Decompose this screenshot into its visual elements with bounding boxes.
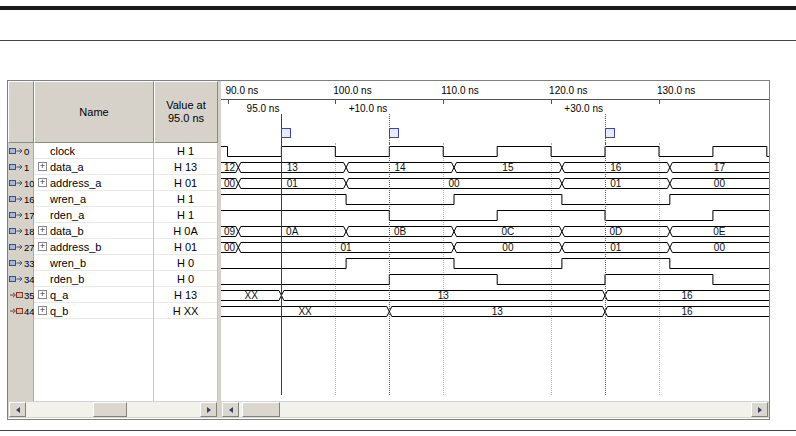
address_a-waveform: 0001000100 [221, 175, 769, 191]
bus-value-label: 0B [394, 226, 407, 237]
signal-name-cell[interactable]: rden_b [34, 271, 153, 287]
signal-name-cell[interactable]: +q_a [34, 287, 153, 303]
signal-name: wren_b [50, 257, 86, 269]
time-bar-flag-icon[interactable] [605, 128, 615, 138]
input-pin-icon [9, 242, 24, 252]
timeline-tick-mark [659, 100, 660, 104]
names-hscrollbar[interactable] [8, 401, 218, 418]
time-bar-label: +10.0 ns [317, 103, 387, 114]
bus-value-label: 01 [610, 242, 622, 253]
bus-value-label: 13 [492, 306, 504, 317]
header-rule [0, 40, 796, 41]
wave-row-wren_a[interactable] [221, 191, 769, 207]
time-bar-flag-icon[interactable] [389, 128, 399, 138]
wave-row-address_b[interactable]: 0001000100 [221, 239, 769, 255]
value-header-line2: 95.0 ns [168, 112, 204, 125]
signal-value-cell: H 01 [154, 175, 217, 191]
signal-name-cell[interactable]: +data_b [34, 223, 153, 239]
expand-plus-icon[interactable]: + [38, 162, 47, 171]
signal-gutter-cell[interactable]: 1 [8, 159, 33, 175]
clock-waveform [221, 143, 769, 159]
signal-gutter-cell[interactable]: 10 [8, 175, 33, 191]
wave-row-rden_b[interactable] [221, 271, 769, 287]
signal-name-column: clock+data_a+address_awren_arden_a+data_… [34, 143, 154, 401]
timeline-tick-label: 110.0 ns [441, 85, 479, 96]
signal-gutter-cell[interactable]: 17 [8, 207, 33, 223]
signal-number: 1 [24, 162, 29, 173]
wave-row-address_a[interactable]: 0001000100 [221, 175, 769, 191]
time-bar-line[interactable] [389, 143, 390, 395]
signal-name-cell[interactable]: +q_b [34, 303, 153, 319]
time-bar-flag-icon[interactable] [281, 128, 291, 138]
signal-name-cell[interactable]: +address_a [34, 175, 153, 191]
timeline-tick-label: 130.0 ns [657, 85, 695, 96]
signal-value: H 0 [177, 273, 194, 285]
name-column-header: Name [34, 81, 154, 143]
wave-scroll-left-button[interactable] [222, 402, 239, 417]
names-scroll-thumb[interactable] [93, 402, 127, 417]
signal-name-cell[interactable]: rden_a [34, 207, 153, 223]
signal-body: 01101617182733343544 clock+data_a+addres… [8, 143, 769, 401]
wren_b-waveform [221, 255, 769, 271]
wave-row-q_b[interactable]: XX1316 [221, 303, 769, 319]
signal-number: 35 [24, 290, 35, 301]
wave-row-q_a[interactable]: XX1316 [221, 287, 769, 303]
time-bar-label: 95.0 ns [221, 103, 279, 114]
input-pin-icon [9, 226, 24, 236]
signal-gutter-cell[interactable]: 27 [8, 239, 33, 255]
input-pin-icon [9, 178, 24, 188]
waveform-canvas[interactable]: 1213141516170001000100090A0B0C0D0E000100… [221, 143, 769, 401]
bus-value-label: 00 [714, 178, 726, 189]
expand-plus-icon[interactable]: + [38, 226, 47, 235]
signal-value: H 01 [174, 177, 197, 189]
wave-scroll-right-button[interactable] [751, 402, 768, 417]
time-bar-line[interactable] [605, 143, 606, 395]
wave-hscrollbar[interactable] [221, 401, 769, 418]
timeline-tick-label: 100.0 ns [333, 85, 371, 96]
signal-value: H 13 [174, 161, 197, 173]
signal-gutter-cell[interactable]: 33 [8, 255, 33, 271]
expand-plus-icon[interactable]: + [38, 242, 47, 251]
signal-name: address_b [50, 241, 101, 253]
wave-row-clock[interactable] [221, 143, 769, 159]
signal-gutter-cell[interactable]: 44 [8, 303, 33, 319]
wave-scroll-thumb[interactable] [242, 402, 280, 417]
signal-gutter-cell[interactable]: 35 [8, 287, 33, 303]
signal-name-cell[interactable]: wren_a [34, 191, 153, 207]
wave-row-rden_a[interactable] [221, 207, 769, 223]
bus-value-label: 0E [713, 226, 726, 237]
signal-gutter-cell[interactable]: 34 [8, 271, 33, 287]
names-scroll-left-button[interactable] [9, 402, 26, 417]
signal-gutter-cell[interactable]: 18 [8, 223, 33, 239]
signal-gutter-cell[interactable]: 16 [8, 191, 33, 207]
top-rule [0, 6, 796, 10]
cursor-line[interactable] [281, 143, 282, 395]
signal-gutter-cell[interactable]: 0 [8, 143, 33, 159]
scroll-left-arrow-icon [229, 407, 233, 413]
input-pin-icon [9, 146, 24, 156]
value-column-header: Value at 95.0 ns [154, 81, 218, 143]
input-pin-icon [9, 210, 24, 220]
bus-value-label: 01 [287, 178, 299, 189]
expand-plus-icon[interactable]: + [38, 306, 47, 315]
signal-value: H 0A [173, 225, 197, 237]
q_b-waveform: XX1316 [221, 303, 769, 319]
signal-number: 27 [24, 242, 35, 253]
wave-row-data_a[interactable]: 121314151617 [221, 159, 769, 175]
expand-plus-icon[interactable]: + [38, 290, 47, 299]
bus-value-label: 00 [714, 242, 726, 253]
signal-name-cell[interactable]: wren_b [34, 255, 153, 271]
wave-row-data_b[interactable]: 090A0B0C0D0E [221, 223, 769, 239]
bus-value-label: 16 [681, 306, 693, 317]
bus-value-label: 0D [609, 226, 622, 237]
expand-plus-icon[interactable]: + [38, 178, 47, 187]
signal-name-cell[interactable]: +address_b [34, 239, 153, 255]
timeline-ruler[interactable]: 90.0 ns100.0 ns110.0 ns120.0 ns130.0 ns … [221, 81, 769, 143]
q_a-waveform: XX1316 [221, 287, 769, 303]
bus-value-label: 13 [438, 290, 450, 301]
wave-row-wren_b[interactable] [221, 255, 769, 271]
signal-name-cell[interactable]: +data_a [34, 159, 153, 175]
signal-name-cell[interactable]: clock [34, 143, 153, 159]
names-scroll-right-button[interactable] [200, 402, 217, 417]
ruler-line [221, 99, 769, 100]
